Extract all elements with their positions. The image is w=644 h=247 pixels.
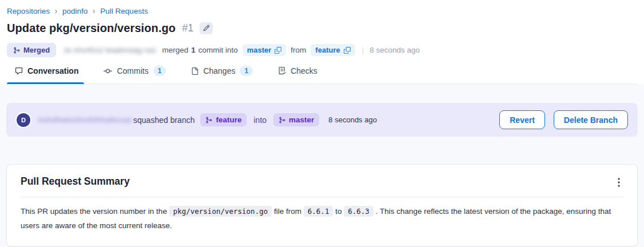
avatar[interactable]: D xyxy=(17,113,30,127)
summary-body-text: This PR updates the version number in th… xyxy=(7,197,637,246)
checklist-icon xyxy=(278,67,286,75)
banner-action-text: squashed branch xyxy=(133,115,194,125)
copy-icon[interactable] xyxy=(344,47,351,54)
banner-target-branch-name: master xyxy=(289,115,314,124)
source-branch-chip[interactable]: feature xyxy=(311,44,355,56)
file-icon xyxy=(191,67,198,75)
page-header: Repositories › podinfo › Pull Requests U… xyxy=(0,0,644,84)
merged-banner: D Ashsfhwtzsfmxfsfrfsafxcsas squashed br… xyxy=(6,103,638,137)
changes-count-badge: 1 xyxy=(240,66,253,76)
from-word: from xyxy=(291,46,306,54)
banner-time-ago: 8 seconds ago xyxy=(328,115,377,124)
card-menu-button[interactable] xyxy=(611,176,627,189)
breadcrumb: Repositories › podinfo › Pull Requests xyxy=(7,6,637,16)
target-branch-name: master xyxy=(247,46,272,54)
comment-icon xyxy=(15,67,23,75)
old-version-code: 6.6.1 xyxy=(304,206,333,217)
tab-changes[interactable]: Changes 1 xyxy=(191,66,253,83)
merged-time-ago: 8 seconds ago xyxy=(369,46,420,54)
git-commit-icon xyxy=(104,67,112,75)
tab-label: Commits xyxy=(117,66,148,75)
breadcrumb-pull-requests[interactable]: Pull Requests xyxy=(100,7,148,15)
git-merge-icon xyxy=(279,117,285,124)
merged-status-label: Merged xyxy=(23,46,50,54)
new-version-code: 6.6.3 xyxy=(344,206,373,217)
pr-title: Update pkg/version/version.go xyxy=(7,22,176,35)
tab-checks[interactable]: Checks xyxy=(278,66,317,83)
git-merge-icon xyxy=(13,47,20,54)
tab-label: Conversation xyxy=(27,66,78,75)
summary-text: This PR updates the version number in th… xyxy=(21,207,167,216)
pr-number: #1 xyxy=(182,22,193,34)
copy-icon[interactable] xyxy=(275,47,281,54)
pencil-icon xyxy=(203,25,210,31)
divider: | xyxy=(362,46,364,54)
pr-tab-bar: Conversation Commits 1 Changes 1 Checks xyxy=(7,66,637,84)
source-branch-name: feature xyxy=(315,46,340,54)
banner-into-word: into xyxy=(253,115,267,125)
git-merge-icon xyxy=(205,117,212,124)
pr-title-row: Update pkg/version/version.go #1 xyxy=(7,21,637,35)
summary-text: file from xyxy=(274,207,301,216)
banner-source-branch-name: feature xyxy=(216,115,241,124)
pr-content-area: D Ashsfhwtzsfmxfsfrfsafxcsas squashed br… xyxy=(0,84,644,247)
breadcrumb-repositories[interactable]: Repositories xyxy=(7,7,50,15)
summary-card-title: Pull Request Summary xyxy=(21,176,130,188)
merged-action-text2: commit into xyxy=(198,46,238,54)
tab-commits[interactable]: Commits 1 xyxy=(104,66,166,83)
breadcrumb-separator: › xyxy=(55,6,57,16)
tab-label: Checks xyxy=(291,66,317,75)
commits-count-badge: 1 xyxy=(153,66,166,76)
banner-user-redacted: Ashsfhwtzsfmxfsfrfsafxcsas xyxy=(38,115,132,124)
delete-branch-button[interactable]: Delete Branch xyxy=(554,110,628,129)
pull-request-summary-card: Pull Request Summary This PR updates the… xyxy=(6,164,638,246)
file-path-code: pkg/version/version.go xyxy=(169,206,272,217)
banner-source-branch-chip[interactable]: feature xyxy=(200,113,247,126)
commit-count: 1 xyxy=(191,46,196,54)
target-branch-chip[interactable]: master xyxy=(243,44,287,56)
revert-button[interactable]: Revert xyxy=(499,110,545,129)
merge-status-row: Merged tsi xhsrtfzs2 teaahnsiag na1 merg… xyxy=(7,42,637,58)
summary-text: to xyxy=(335,207,341,216)
merged-action-text: merged xyxy=(162,46,188,54)
edit-title-button[interactable] xyxy=(200,22,213,34)
tab-conversation[interactable]: Conversation xyxy=(15,66,78,83)
merged-status-badge: Merged xyxy=(7,43,56,57)
tab-label: Changes xyxy=(203,66,235,75)
breadcrumb-podinfo[interactable]: podinfo xyxy=(62,7,88,15)
breadcrumb-separator: › xyxy=(93,6,95,16)
merged-by-user-redacted: tsi xhsrtfzs2 teaahnsiag na1 xyxy=(64,46,156,54)
banner-target-branch-chip[interactable]: master xyxy=(273,113,319,126)
kebab-vertical-icon xyxy=(614,177,623,188)
